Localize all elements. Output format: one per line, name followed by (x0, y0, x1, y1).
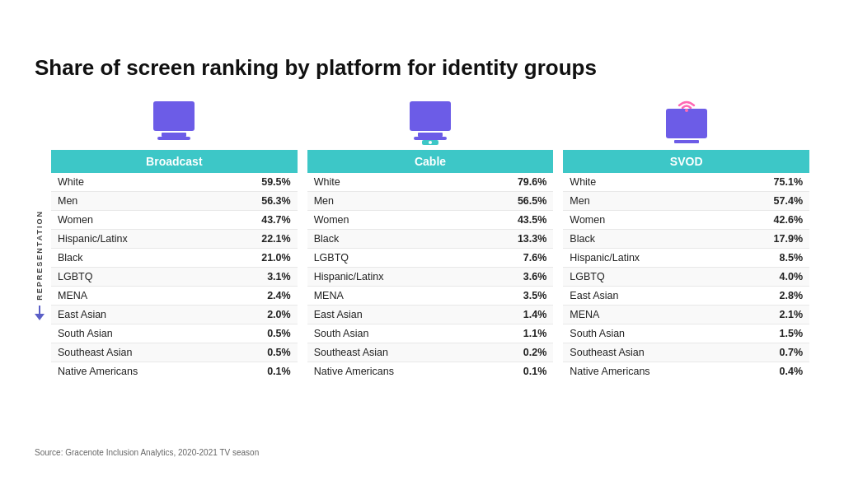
svg-rect-3 (162, 133, 186, 137)
platform-block-broadcast: BroadcastWhite59.5%Men56.3%Women43.7%His… (51, 94, 298, 380)
table-row: Black21.0% (51, 249, 298, 268)
group-name: MENA (307, 287, 476, 306)
table-row: Hispanic/Latinx22.1% (51, 230, 298, 249)
table-row: LGBTQ4.0% (563, 268, 809, 287)
page-title: Share of screen ranking by platform for … (35, 55, 809, 81)
table-row: Women43.7% (51, 211, 298, 230)
group-value: 2.8% (733, 287, 809, 306)
table-row: LGBTQ7.6% (307, 249, 554, 268)
group-name: MENA (51, 287, 220, 306)
group-name: White (51, 173, 220, 192)
group-value: 56.3% (220, 192, 297, 211)
svg-rect-2 (153, 101, 195, 131)
group-name: South Asian (563, 324, 732, 343)
group-name: Men (51, 192, 220, 211)
main-container: Share of screen ranking by platform for … (26, 39, 818, 465)
group-value: 59.5% (220, 173, 297, 192)
table-row: Native Americans0.4% (563, 362, 809, 381)
table-row: LGBTQ3.1% (51, 268, 298, 287)
group-name: White (307, 173, 476, 192)
group-value: 1.4% (476, 306, 553, 324)
group-name: Southeast Asian (51, 343, 220, 362)
group-name: Native Americans (51, 362, 220, 381)
table-row: Southeast Asian0.7% (563, 343, 809, 362)
group-value: 43.5% (476, 211, 553, 230)
group-value: 0.5% (220, 343, 297, 362)
platform-icon-svod (658, 94, 715, 147)
platform-block-svod: SVODWhite75.1%Men57.4%Women42.6%Black17.… (563, 94, 809, 380)
group-name: Black (563, 230, 732, 249)
group-name: Women (307, 211, 476, 230)
group-name: Southeast Asian (563, 343, 732, 362)
table-row: MENA2.4% (51, 287, 298, 306)
group-value: 0.5% (220, 324, 297, 343)
group-name: East Asian (563, 287, 732, 306)
platform-icon-broadcast (145, 94, 203, 147)
group-name: Hispanic/Latinx (307, 268, 476, 287)
group-value: 21.0% (220, 249, 297, 268)
group-value: 3.6% (476, 268, 553, 287)
table-row: Men56.3% (51, 192, 298, 211)
group-name: LGBTQ (307, 249, 476, 268)
group-name: Hispanic/Latinx (51, 230, 220, 249)
group-name: Women (51, 211, 220, 230)
table-cable: CableWhite79.6%Men56.5%Women43.5%Black13… (307, 150, 554, 380)
group-name: Black (51, 249, 220, 268)
table-row: White59.5% (51, 173, 298, 192)
y-axis-arrow (35, 306, 45, 324)
group-value: 4.0% (733, 268, 809, 287)
group-value: 7.6% (476, 249, 553, 268)
group-name: Black (307, 230, 476, 249)
platform-icon-cable (401, 94, 459, 147)
group-name: Native Americans (307, 362, 476, 381)
group-value: 79.6% (476, 173, 553, 192)
group-name: South Asian (307, 324, 476, 343)
table-row: Women42.6% (563, 211, 809, 230)
svg-point-9 (429, 141, 432, 144)
group-name: LGBTQ (563, 268, 732, 287)
table-row: Black13.3% (307, 230, 554, 249)
group-name: South Asian (51, 324, 220, 343)
group-name: Men (563, 192, 732, 211)
table-row: Hispanic/Latinx8.5% (563, 249, 809, 268)
group-value: 0.2% (476, 343, 553, 362)
group-value: 3.1% (220, 268, 297, 287)
group-value: 2.1% (733, 306, 809, 324)
svg-point-12 (685, 109, 688, 112)
svg-rect-5 (410, 101, 451, 131)
group-value: 0.1% (476, 362, 553, 381)
group-value: 0.1% (220, 362, 297, 381)
group-value: 42.6% (733, 211, 809, 230)
table-row: East Asian1.4% (307, 306, 554, 324)
tables-area: BroadcastWhite59.5%Men56.3%Women43.7%His… (51, 94, 809, 380)
group-value: 0.4% (733, 362, 809, 381)
group-value: 17.9% (733, 230, 809, 249)
svg-rect-7 (414, 137, 447, 140)
content-area: REPRESENTATION BroadcastWhite59.5%Men56.… (35, 94, 809, 440)
table-header-svod: SVOD (563, 150, 809, 173)
group-value: 57.4% (733, 192, 809, 211)
table-row: Black17.9% (563, 230, 809, 249)
table-header-cable: Cable (307, 150, 554, 173)
group-value: 75.1% (733, 173, 809, 192)
svg-rect-6 (418, 133, 443, 137)
group-value: 56.5% (476, 192, 553, 211)
group-value: 43.7% (220, 211, 297, 230)
svg-marker-1 (35, 314, 45, 320)
svg-rect-4 (157, 137, 190, 140)
group-value: 22.1% (220, 230, 297, 249)
source-text: Source: Gracenote Inclusion Analytics, 2… (35, 448, 809, 457)
group-name: Native Americans (563, 362, 732, 381)
y-axis-label: REPRESENTATION (35, 210, 44, 301)
group-value: 1.5% (733, 324, 809, 343)
group-value: 0.7% (733, 343, 809, 362)
group-value: 1.1% (476, 324, 553, 343)
group-value: 2.4% (220, 287, 297, 306)
table-row: Men56.5% (307, 192, 554, 211)
table-row: South Asian1.1% (307, 324, 554, 343)
group-value: 13.3% (476, 230, 553, 249)
platform-block-cable: CableWhite79.6%Men56.5%Women43.5%Black13… (307, 94, 554, 380)
group-name: East Asian (51, 306, 220, 324)
group-name: LGBTQ (51, 268, 220, 287)
group-name: MENA (563, 306, 732, 324)
